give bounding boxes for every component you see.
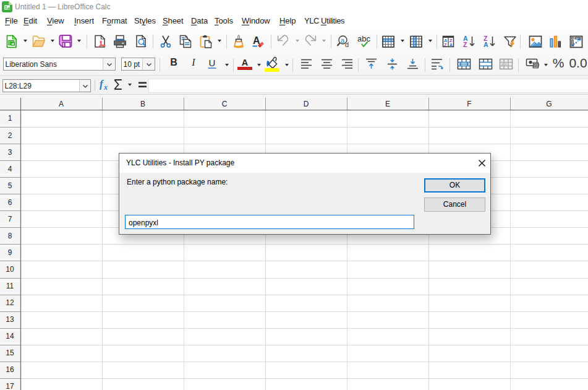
svg-text:x: x <box>103 83 108 92</box>
svg-text:d: d <box>345 41 349 48</box>
svg-text:B: B <box>140 100 145 108</box>
svg-text:Z: Z <box>463 41 467 48</box>
svg-text:D: D <box>304 100 309 108</box>
svg-text:8: 8 <box>8 232 12 240</box>
svg-text:11: 11 <box>6 282 14 290</box>
svg-text:15: 15 <box>6 349 14 357</box>
svg-text:A: A <box>59 100 64 108</box>
svg-text:1: 1 <box>8 114 12 123</box>
svg-text:14: 14 <box>6 332 14 340</box>
svg-text:13: 13 <box>6 315 14 324</box>
svg-text:4: 4 <box>8 165 12 173</box>
svg-text:2: 2 <box>8 131 12 140</box>
svg-text:Z: Z <box>444 42 447 48</box>
svg-text:A: A <box>242 58 249 67</box>
svg-text:a: a <box>341 37 345 44</box>
svg-text:10: 10 <box>6 265 14 274</box>
svg-text:17: 17 <box>6 382 14 390</box>
svg-text:A: A <box>253 35 260 46</box>
svg-text:abc: abc <box>357 35 370 43</box>
svg-text:C: C <box>222 100 228 108</box>
svg-text:G: G <box>546 100 552 108</box>
svg-text:16: 16 <box>6 365 14 374</box>
svg-text:3: 3 <box>8 148 12 157</box>
svg-text:12: 12 <box>6 298 14 307</box>
svg-text:E: E <box>385 100 390 108</box>
svg-text:A: A <box>450 42 453 48</box>
svg-text:F: F <box>467 100 471 108</box>
svg-text:U: U <box>209 58 216 68</box>
svg-text:7: 7 <box>8 215 12 223</box>
svg-text:A: A <box>484 41 488 48</box>
svg-text:5: 5 <box>8 181 12 190</box>
svg-text:6: 6 <box>8 198 12 207</box>
svg-text:9: 9 <box>8 248 12 257</box>
